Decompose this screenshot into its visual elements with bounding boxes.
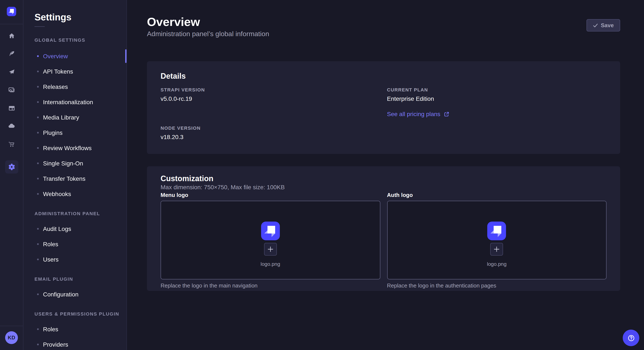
current-plan-field: CURRENT PLAN Enterprise Edition	[387, 87, 606, 103]
paper-plane-icon	[8, 68, 15, 75]
bullet-icon	[37, 243, 39, 245]
save-button-label: Save	[601, 22, 614, 28]
subnav-list: GLOBAL SETTINGSOverviewAPI TokensRelease…	[24, 37, 126, 350]
details-left-column: STRAPI VERSION v5.0.0-rc.19 NODE VERSION…	[160, 87, 380, 141]
strapi-logo[interactable]	[7, 7, 16, 16]
strapi-version-field: STRAPI VERSION v5.0.0-rc.19	[160, 87, 380, 103]
app-root: KD Settings GLOBAL SETTINGSOverviewAPI T…	[0, 0, 644, 350]
home-icon	[8, 32, 15, 39]
subnav-item-label: Audit Logs	[43, 225, 71, 232]
active-indicator-bar	[125, 49, 126, 63]
menu-logo-file-name: logo.png	[260, 261, 280, 268]
node-version-value: v18.20.3	[160, 133, 380, 141]
plus-icon	[268, 246, 274, 252]
subnav-item-api-tokens[interactable]: API Tokens	[24, 64, 126, 79]
nav-cloud-button[interactable]	[5, 119, 18, 133]
page-subtitle: Administration panel’s global informatio…	[147, 30, 269, 38]
subnav-title: Settings	[34, 12, 72, 23]
customization-card-title: Customization	[160, 174, 606, 183]
subnav-item-label: Roles	[43, 326, 58, 333]
menu-logo-add-button[interactable]	[264, 243, 277, 256]
bullet-icon	[37, 147, 39, 149]
bullet-icon	[37, 259, 39, 260]
subnav-item-plugins[interactable]: Plugins	[24, 125, 126, 140]
user-avatar[interactable]: KD	[5, 331, 18, 344]
subnav-item-label: Transfer Tokens	[43, 175, 86, 182]
strapi-version-value: v5.0.0-rc.19	[160, 94, 380, 103]
nav-deploy-button[interactable]	[5, 65, 18, 79]
subnav-item-users[interactable]: Users	[24, 252, 126, 267]
subnav-item-label: Overview	[43, 53, 68, 59]
subnav-item-overview[interactable]: Overview	[24, 48, 126, 64]
subnav-item-webhooks[interactable]: Webhooks	[24, 186, 126, 201]
subnav-item-roles[interactable]: Roles	[24, 322, 126, 337]
nav-marketplace-button[interactable]	[5, 137, 18, 151]
subnav-item-label: Single Sign-On	[43, 160, 83, 167]
subnav-item-audit-logs[interactable]: Audit Logs	[24, 221, 126, 236]
bullet-icon	[37, 86, 39, 88]
subnav-item-internationalization[interactable]: Internationalization	[24, 94, 126, 110]
help-button[interactable]	[623, 330, 639, 346]
auth-logo-column: Auth logo	[387, 192, 606, 289]
cloud-icon	[8, 122, 15, 130]
settings-subnav: Settings GLOBAL SETTINGSOverviewAPI Toke…	[24, 0, 127, 350]
bullet-icon	[37, 193, 39, 195]
subnav-item-label: Review Workflows	[43, 145, 92, 151]
subnav-item-roles[interactable]: Roles	[24, 236, 126, 252]
subnav-section-label: ADMINISTRATION PANEL	[24, 206, 126, 221]
details-right-column: CURRENT PLAN Enterprise Edition See all …	[387, 87, 606, 141]
subnav-item-label: Users	[43, 256, 58, 263]
bullet-icon	[37, 101, 39, 103]
bullet-icon	[37, 293, 39, 295]
bullet-icon	[37, 163, 39, 164]
subnav-item-providers[interactable]: Providers	[24, 337, 126, 350]
main-nav-rail: KD	[0, 0, 24, 350]
subnav-item-label: Webhooks	[43, 190, 71, 197]
bullet-icon	[37, 344, 39, 345]
subnav-item-media-library[interactable]: Media Library	[24, 110, 126, 125]
node-version-field: NODE VERSION v18.20.3	[160, 125, 380, 141]
customization-subtitle: Max dimension: 750×750, Max file size: 1…	[160, 183, 606, 191]
pricing-plans-link[interactable]: See all pricing plans	[387, 110, 449, 118]
auth-logo-add-button[interactable]	[490, 243, 503, 256]
menu-logo-preview	[261, 222, 280, 240]
nav-content-manager-button[interactable]	[5, 47, 18, 60]
bullet-icon	[37, 132, 39, 134]
subnav-item-review-workflows[interactable]: Review Workflows	[24, 140, 126, 156]
bullet-icon	[37, 228, 39, 230]
subnav-item-single-sign-on[interactable]: Single Sign-On	[24, 156, 126, 171]
gear-icon	[8, 163, 16, 171]
layout-icon	[8, 104, 15, 112]
subnav-item-configuration[interactable]: Configuration	[24, 287, 126, 302]
external-link-icon	[444, 111, 449, 117]
question-mark-icon	[627, 334, 635, 342]
rail-divider	[0, 24, 23, 24]
nav-settings-button[interactable]	[5, 160, 18, 174]
bullet-icon	[37, 328, 39, 330]
subnav-item-transfer-tokens[interactable]: Transfer Tokens	[24, 171, 126, 186]
nav-media-library-button[interactable]	[5, 83, 18, 97]
subnav-item-label: API Tokens	[43, 68, 73, 75]
save-button[interactable]: Save	[586, 19, 620, 31]
menu-logo-column: Menu logo	[160, 192, 380, 289]
shopping-cart-icon	[8, 141, 15, 148]
node-version-label: NODE VERSION	[160, 125, 380, 131]
bullet-icon	[37, 117, 39, 118]
subnav-item-releases[interactable]: Releases	[24, 79, 126, 94]
bullet-icon	[37, 55, 39, 57]
subnav-section-label: GLOBAL SETTINGS	[24, 37, 126, 43]
subnav-item-label: Media Library	[43, 114, 79, 121]
subnav-item-label: Providers	[43, 341, 68, 348]
nav-home-button[interactable]	[5, 29, 18, 42]
auth-logo-caption: Replace the logo in the authentication p…	[387, 283, 606, 289]
auth-logo-upload-box[interactable]: logo.png	[387, 201, 606, 279]
feather-icon	[8, 50, 15, 57]
strapi-version-label: STRAPI VERSION	[160, 87, 380, 93]
customization-card: Customization Max dimension: 750×750, Ma…	[147, 166, 620, 291]
page-title: Overview	[147, 15, 200, 29]
main-content: Overview Administration panel’s global i…	[127, 0, 644, 350]
details-card-title: Details	[160, 71, 606, 81]
subnav-item-label: Configuration	[43, 291, 78, 298]
menu-logo-upload-box[interactable]: logo.png	[160, 201, 380, 279]
nav-content-type-builder-button[interactable]	[5, 101, 18, 115]
